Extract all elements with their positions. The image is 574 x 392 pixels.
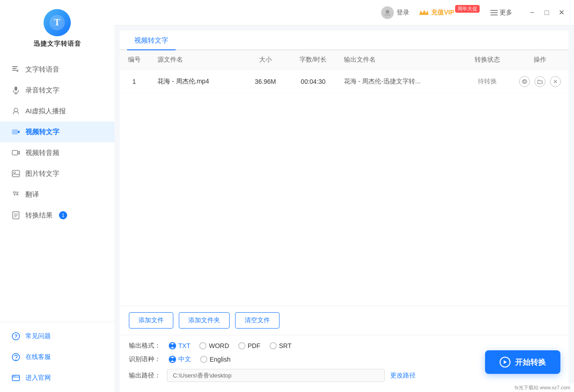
more-label: 更多: [500, 9, 512, 17]
watermark: fx光下载站 www.xz7.com: [511, 383, 574, 392]
cell-num: 1: [120, 70, 148, 94]
sidebar-item-convert-result[interactable]: 转换结果 1: [0, 205, 114, 226]
chinese-label: 中文: [178, 355, 191, 363]
cell-status: 待转换: [464, 70, 511, 94]
svg-text:T: T: [54, 17, 60, 27]
svg-rect-5: [15, 87, 17, 91]
svg-text:?: ?: [15, 334, 18, 339]
srt-radio[interactable]: [270, 342, 277, 349]
svg-marker-32: [504, 360, 507, 364]
logo-icon: T: [44, 9, 71, 36]
sidebar-item-image-to-text[interactable]: 图片转文字: [0, 163, 114, 184]
lang-english[interactable]: English: [200, 356, 231, 363]
titlebar: 登录 充值VIP 周年大促 更多 − □ ✕: [114, 0, 574, 25]
output-path-input[interactable]: [167, 369, 385, 382]
sidebar-label-website: 进入官网: [25, 374, 51, 382]
sidebar-item-ai-broadcast[interactable]: AI虚拟人播报: [0, 101, 114, 121]
app-title: 迅捷文字转语音: [34, 40, 81, 48]
format-pdf[interactable]: PDF: [238, 342, 260, 349]
svg-point-20: [15, 359, 16, 360]
login-label: 登录: [397, 9, 409, 17]
word-label: WORD: [209, 342, 229, 349]
svg-rect-10: [12, 150, 18, 155]
output-path-label: 输出路径：: [129, 372, 162, 380]
chinese-radio[interactable]: [169, 356, 176, 363]
content-panel: 视频转文字 编号 源文件名 大小 字数/时长 输出文件名 转换状态 操作: [120, 31, 569, 392]
start-btn-area: 开始转换: [485, 350, 560, 374]
txt-label: TXT: [178, 342, 190, 349]
image-to-text-icon: [11, 169, 21, 179]
start-convert-button[interactable]: 开始转换: [485, 350, 560, 374]
word-radio[interactable]: [199, 342, 206, 349]
sidebar-item-website[interactable]: 进入官网: [0, 368, 114, 388]
sidebar-label-audio-to-text: 录音转文字: [25, 86, 59, 95]
sidebar-item-video-to-text[interactable]: 视频转文字: [0, 121, 114, 142]
lang-chinese[interactable]: 中文: [169, 355, 191, 363]
sidebar-item-faq[interactable]: ? 常见问题: [0, 326, 114, 347]
preview-icon[interactable]: [519, 76, 530, 87]
add-folder-button[interactable]: 添加文件夹: [179, 312, 230, 329]
format-txt[interactable]: TXT: [169, 342, 190, 349]
svg-point-24: [15, 376, 15, 377]
pdf-radio[interactable]: [238, 342, 245, 349]
minimize-button[interactable]: −: [527, 7, 538, 18]
promo-badge: 周年大促: [455, 5, 480, 13]
close-button[interactable]: ✕: [556, 7, 567, 18]
sidebar-item-text-to-speech[interactable]: 文字转语音: [0, 59, 114, 80]
svg-rect-4: [12, 70, 16, 71]
format-label: 输出格式：: [129, 342, 162, 350]
col-header-filename: 源文件名: [148, 50, 244, 70]
folder-icon[interactable]: [535, 76, 545, 87]
change-path-button[interactable]: 更改路径: [390, 372, 416, 380]
sidebar-label-support: 在线客服: [25, 353, 51, 361]
col-header-size: 大小: [244, 50, 287, 70]
sidebar: T 迅捷文字转语音 文字转语音 录音转文字 AI虚拟人播报: [0, 0, 114, 392]
svg-point-29: [523, 81, 525, 83]
sidebar-label-video-to-text: 视频转文字: [25, 128, 59, 136]
sidebar-label-ai-broadcast: AI虚拟人播报: [25, 107, 66, 116]
vip-label: 充值VIP: [431, 9, 454, 17]
sidebar-item-support[interactable]: 在线客服: [0, 347, 114, 368]
tab-bar: 视频转文字: [120, 31, 569, 50]
cell-filename: 花海 - 周杰伦.mp4: [148, 70, 244, 94]
sidebar-label-image-to-text: 图片转文字: [25, 169, 59, 178]
video-to-text-icon: [11, 127, 21, 137]
col-header-num: 编号: [120, 50, 148, 70]
svg-rect-3: [12, 68, 17, 69]
main-area: 登录 充值VIP 周年大促 更多 − □ ✕ 视频转文字 编号: [114, 0, 574, 392]
sidebar-label-convert-result: 转换结果: [25, 211, 53, 220]
txt-radio[interactable]: [169, 342, 176, 349]
maximize-button[interactable]: □: [541, 7, 552, 18]
language-label: 识别语种：: [129, 355, 162, 363]
support-icon: [11, 352, 21, 362]
sidebar-item-video-to-audio[interactable]: 视频转音频: [0, 142, 114, 163]
english-radio[interactable]: [200, 356, 207, 363]
col-header-action: 操作: [511, 50, 569, 70]
login-button[interactable]: 登录: [381, 6, 409, 19]
vip-button[interactable]: 充值VIP 周年大促: [418, 9, 481, 17]
format-srt[interactable]: SRT: [270, 342, 292, 349]
more-button[interactable]: 更多: [491, 9, 512, 17]
svg-point-25: [386, 10, 389, 14]
add-file-button[interactable]: 添加文件: [129, 312, 173, 329]
format-word[interactable]: WORD: [199, 342, 229, 349]
window-controls: − □ ✕: [527, 7, 567, 18]
format-row: 输出格式： TXT WORD PDF: [129, 342, 559, 350]
svg-rect-2: [12, 66, 18, 67]
clear-files-button[interactable]: 清空文件: [235, 312, 280, 329]
delete-icon[interactable]: [550, 76, 561, 87]
format-radio-group: TXT WORD PDF SRT: [169, 342, 292, 349]
language-radio-group: 中文 English: [169, 355, 231, 363]
tab-video-to-text[interactable]: 视频转文字: [127, 31, 176, 50]
srt-label: SRT: [279, 342, 292, 349]
convert-result-badge: 1: [59, 211, 67, 219]
sidebar-label-video-to-audio: 视频转音频: [25, 149, 59, 157]
svg-rect-9: [12, 130, 18, 134]
col-header-duration: 字数/时长: [287, 50, 339, 70]
sidebar-item-audio-to-text[interactable]: 录音转文字: [0, 80, 114, 101]
table-row: 1 花海 - 周杰伦.mp4 36.96M 00:04:30 花海 - 周杰伦-…: [120, 70, 569, 94]
cell-action: [511, 70, 569, 94]
pdf-label: PDF: [248, 342, 260, 349]
cell-output: 花海 - 周杰伦-迅捷文字转...: [339, 70, 464, 94]
sidebar-item-translate[interactable]: 翻译: [0, 184, 114, 205]
